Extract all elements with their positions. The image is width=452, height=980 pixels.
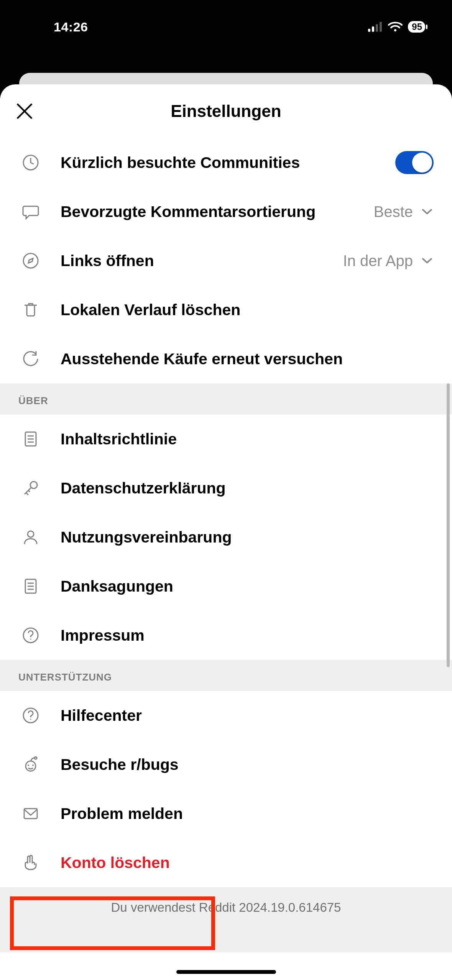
- row-label: Kürzlich besuchte Communities: [61, 154, 388, 172]
- svg-rect-1: [372, 26, 374, 32]
- row-label: Problem melden: [61, 805, 434, 823]
- svg-point-23: [30, 719, 31, 720]
- svg-rect-3: [380, 22, 382, 32]
- chevron-down-icon: [421, 254, 434, 267]
- question-circle-icon: [18, 623, 43, 648]
- svg-point-26: [32, 765, 34, 766]
- close-button[interactable]: [9, 96, 40, 127]
- row-label: Konto löschen: [61, 854, 434, 872]
- version-text: Du verwendest Reddit 2024.19.0.614675: [111, 900, 341, 915]
- row-help-center[interactable]: Hilfecenter: [0, 691, 452, 740]
- status-time: 14:26: [54, 20, 88, 35]
- svg-point-8: [23, 253, 38, 268]
- row-comment-sort[interactable]: Bevorzugte Kommentarsortierung Beste: [0, 187, 452, 236]
- row-label: Impressum: [61, 626, 434, 645]
- row-impressum[interactable]: Impressum: [0, 611, 452, 660]
- svg-point-4: [394, 29, 396, 31]
- mail-icon: [18, 801, 43, 826]
- row-acknowledgments[interactable]: Danksagungen: [0, 562, 452, 611]
- row-retry-pending-purchases[interactable]: Ausstehende Käufe erneut versuchen: [0, 334, 452, 383]
- svg-point-24: [26, 761, 36, 771]
- home-indicator: [176, 970, 276, 974]
- row-label: Danksagungen: [61, 577, 434, 595]
- row-value: Beste: [374, 203, 413, 220]
- svg-point-21: [30, 639, 31, 640]
- scroll-indicator: [447, 383, 450, 667]
- trash-icon: [18, 298, 43, 322]
- rules-icon: [18, 427, 43, 451]
- clock-icon: [18, 150, 43, 175]
- reddit-snoo-icon: [18, 752, 43, 777]
- row-delete-account[interactable]: Konto löschen: [0, 838, 452, 887]
- comment-icon: [18, 199, 43, 224]
- row-label: Lokalen Verlauf löschen: [61, 301, 434, 319]
- svg-point-25: [28, 765, 29, 766]
- sheet-header: Einstellungen: [0, 84, 452, 138]
- page-title: Einstellungen: [171, 102, 281, 121]
- version-footer: Du verwendest Reddit 2024.19.0.614675: [0, 887, 452, 952]
- refresh-icon: [18, 347, 43, 371]
- key-icon: [18, 476, 43, 500]
- toggle-recent-communities[interactable]: [395, 151, 434, 174]
- row-label: Besuche r/bugs: [61, 756, 434, 774]
- row-label: Hilfecenter: [61, 707, 434, 725]
- rules-icon: [18, 574, 43, 599]
- row-privacy-policy[interactable]: Datenschutzerklärung: [0, 464, 452, 513]
- svg-rect-28: [24, 809, 37, 819]
- svg-rect-2: [376, 24, 378, 32]
- svg-point-15: [28, 531, 34, 537]
- settings-sheet: Einstellungen Kürzlich besuchte Communit…: [0, 84, 452, 980]
- row-label: Datenschutzerklärung: [61, 479, 434, 497]
- row-clear-local-history[interactable]: Lokalen Verlauf löschen: [0, 285, 452, 334]
- row-label: Bevorzugte Kommentarsortierung: [61, 203, 368, 221]
- status-bar: 14:26 95: [0, 0, 452, 42]
- section-header-text: ÜBER: [18, 395, 434, 407]
- person-icon: [18, 525, 43, 549]
- settings-list: Kürzlich besuchte Communities Bevorzugte…: [0, 138, 452, 952]
- row-visit-bugs[interactable]: Besuche r/bugs: [0, 740, 452, 789]
- battery-indicator: 95: [408, 21, 425, 33]
- close-icon: [15, 102, 34, 121]
- compass-icon: [18, 248, 43, 273]
- row-report-problem[interactable]: Problem melden: [0, 789, 452, 838]
- chevron-down-icon: [421, 205, 434, 218]
- svg-marker-9: [28, 258, 33, 263]
- svg-rect-0: [368, 29, 370, 32]
- status-icons: 95: [368, 21, 425, 33]
- cellular-signal-icon: [368, 22, 383, 32]
- row-label: Links öffnen: [61, 252, 337, 270]
- section-support: UNTERSTÜTZUNG: [0, 660, 452, 691]
- row-value: In der App: [343, 252, 413, 270]
- row-label: Nutzungsvereinbarung: [61, 528, 434, 546]
- row-label: Inhaltsrichtlinie: [61, 430, 434, 448]
- row-content-policy[interactable]: Inhaltsrichtlinie: [0, 414, 452, 464]
- section-header-text: UNTERSTÜTZUNG: [18, 671, 434, 683]
- battery-text: 95: [412, 21, 422, 32]
- svg-point-27: [35, 757, 37, 759]
- wifi-icon: [388, 21, 403, 32]
- row-open-links[interactable]: Links öffnen In der App: [0, 236, 452, 285]
- row-user-agreement[interactable]: Nutzungsvereinbarung: [0, 513, 452, 562]
- question-circle-icon: [18, 703, 43, 728]
- row-label: Ausstehende Käufe erneut versuchen: [61, 350, 434, 368]
- section-about: ÜBER: [0, 383, 452, 414]
- peace-hand-icon: [18, 850, 43, 875]
- row-recent-communities[interactable]: Kürzlich besuchte Communities: [0, 138, 452, 187]
